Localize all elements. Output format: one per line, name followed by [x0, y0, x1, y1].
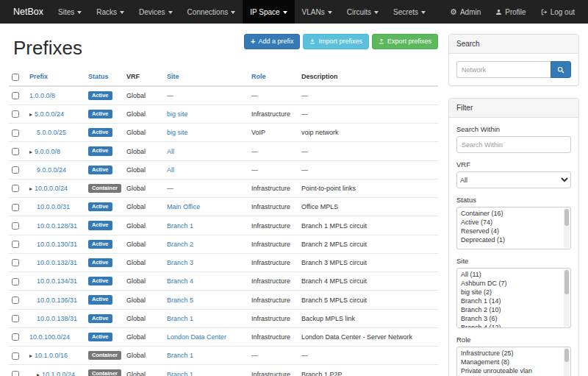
vrf-select[interactable]: All [456, 171, 571, 188]
search-button[interactable] [551, 61, 571, 78]
column-header-status[interactable]: Status [88, 73, 109, 80]
site-option[interactable]: Branch 1 (14) [457, 297, 563, 305]
nav-item-sites[interactable]: Sites [51, 0, 89, 24]
row-checkbox[interactable] [12, 130, 19, 137]
role-listbox[interactable]: Infrastructure (25)Management (8)Private… [456, 347, 571, 376]
site-option[interactable]: Branch 3 (6) [457, 314, 563, 323]
prefix-link[interactable]: 10.0.0.0/31 [37, 203, 70, 210]
nav-item-ip-space[interactable]: IP Space [243, 0, 294, 24]
prefix-link[interactable]: 10.0.0.134/31 [37, 277, 77, 285]
scrollbar[interactable] [564, 348, 570, 376]
prefix-link[interactable]: 10.0.0.128/31 [37, 222, 77, 230]
column-header-site[interactable]: Site [167, 73, 179, 80]
expand-toggle-icon[interactable]: ▸ [29, 149, 32, 155]
status-listbox[interactable]: Container (16)Active (74)Reserved (4)Dep… [456, 207, 571, 249]
site-listbox[interactable]: All (11)Ashburn DC (7)big site (2)Branch… [456, 268, 571, 328]
site-link[interactable]: big site [167, 129, 188, 136]
select-all-checkbox[interactable] [12, 74, 19, 81]
scrollbar[interactable] [564, 208, 570, 248]
table-row: 10.0.0.138/31ActiveGlobalBranch 1Infrast… [9, 309, 438, 327]
site-link[interactable]: London Data Center [167, 333, 226, 341]
prefix-link[interactable]: 10.0.0.130/31 [37, 241, 77, 248]
prefix-link[interactable]: 10.1.0.0/24 [42, 371, 75, 376]
prefix-link[interactable]: 10.0.0.136/31 [37, 297, 77, 304]
export-prefixes-button[interactable]: Export prefixes [372, 34, 438, 49]
search-within-input[interactable] [456, 136, 571, 153]
row-checkbox[interactable] [12, 241, 19, 248]
row-checkbox[interactable] [12, 185, 19, 192]
site-link[interactable]: big site [167, 110, 188, 118]
table-row: 1.0.0.0/8ActiveGlobal——— [9, 86, 438, 105]
nav-item-devices[interactable]: Devices [132, 0, 180, 24]
nav-item-secrets[interactable]: Secrets [386, 0, 433, 24]
prefix-link[interactable]: 9.0.0.0/8 [35, 148, 60, 155]
row-checkbox[interactable] [12, 333, 19, 341]
site-link[interactable]: Branch 1 [167, 371, 193, 376]
site-link[interactable]: Branch 5 [167, 297, 193, 304]
site-link[interactable]: Main Office [167, 203, 200, 210]
status-option[interactable]: Deprecated (1) [457, 235, 563, 244]
status-option[interactable]: Container (16) [457, 209, 563, 218]
column-header-prefix[interactable]: Prefix [29, 73, 48, 80]
row-checkbox[interactable] [12, 315, 19, 322]
site-option[interactable]: big site (2) [457, 288, 563, 297]
row-checkbox[interactable] [12, 222, 19, 230]
row-checkbox[interactable] [12, 371, 19, 376]
nav-item-log-out[interactable]: Log out [534, 0, 582, 24]
prefix-link[interactable]: 10.0.0.138/31 [37, 315, 77, 322]
brand-link[interactable]: NetBox [6, 0, 51, 24]
scrollbar[interactable] [564, 269, 570, 327]
expand-toggle-icon[interactable]: ▸ [29, 352, 32, 359]
site-option[interactable]: Ashburn DC (7) [457, 279, 563, 288]
row-checkbox[interactable] [12, 110, 19, 118]
description-cell: Branch 1 P2P [298, 365, 438, 376]
prefix-link[interactable]: 5.0.0.0/25 [37, 129, 66, 136]
search-input[interactable] [456, 61, 551, 78]
prefix-link[interactable]: 1.0.0.0/8 [29, 92, 55, 99]
site-link[interactable]: Branch 1 [167, 352, 193, 359]
site-link[interactable]: Branch 2 [167, 241, 193, 248]
nav-item-admin[interactable]: ⚙Admin [442, 0, 488, 24]
site-link[interactable]: Branch 1 [167, 315, 193, 322]
prefix-link[interactable]: 10.0.100.0/24 [29, 333, 70, 341]
expand-toggle-icon[interactable]: ▸ [29, 185, 32, 192]
nav-item-racks[interactable]: Racks [89, 0, 132, 24]
row-checkbox[interactable] [12, 278, 19, 285]
site-option[interactable]: Branch 4 (12) [457, 323, 563, 328]
expand-toggle-icon[interactable]: ▸ [37, 372, 40, 376]
row-checkbox[interactable] [12, 352, 19, 360]
role-option[interactable]: Private unrouteable vlan [457, 366, 563, 375]
nav-item-vlans[interactable]: VLANs [295, 0, 340, 24]
role-option[interactable]: Management (8) [457, 358, 563, 366]
site-link[interactable]: All [167, 166, 174, 174]
prefix-link[interactable]: 10.0.0.132/31 [37, 259, 77, 266]
prefix-link[interactable]: 9.0.0.0/24 [37, 166, 66, 174]
column-header-role[interactable]: Role [251, 73, 266, 80]
row-checkbox[interactable] [12, 148, 19, 155]
expand-toggle-icon[interactable]: ▸ [29, 111, 32, 118]
site-option[interactable]: Branch 2 (10) [457, 305, 563, 314]
site-link[interactable]: All [167, 148, 174, 155]
nav-item-circuits[interactable]: Circuits [340, 0, 386, 24]
prefix-link[interactable]: 10.1.0.0/16 [35, 352, 68, 359]
prefix-link[interactable]: 10.0.0.0/24 [35, 185, 68, 192]
status-option[interactable]: Active (74) [457, 218, 563, 227]
site-link[interactable]: Branch 3 [167, 259, 193, 266]
nav-item-connections[interactable]: Connections [180, 0, 243, 24]
row-checkbox[interactable] [12, 92, 19, 99]
prefix-link[interactable]: 5.0.0.0/24 [35, 110, 64, 118]
row-checkbox[interactable] [12, 166, 19, 174]
status-option[interactable]: Reserved (4) [457, 227, 563, 235]
add-prefix-button[interactable]: + Add a prefix [244, 34, 300, 49]
role-option[interactable]: Infrastructure (25) [457, 349, 563, 358]
site-link[interactable]: Branch 1 [167, 222, 193, 230]
row-checkbox[interactable] [12, 259, 19, 266]
site-cell: big site [164, 104, 248, 123]
description-cell: — [298, 104, 438, 123]
row-checkbox[interactable] [12, 204, 19, 211]
import-prefixes-button[interactable]: Import prefixes [303, 34, 369, 49]
site-link[interactable]: Branch 4 [167, 277, 193, 285]
row-checkbox[interactable] [12, 297, 19, 304]
site-option[interactable]: All (11) [457, 270, 563, 279]
nav-item-profile[interactable]: Profile [488, 0, 533, 24]
